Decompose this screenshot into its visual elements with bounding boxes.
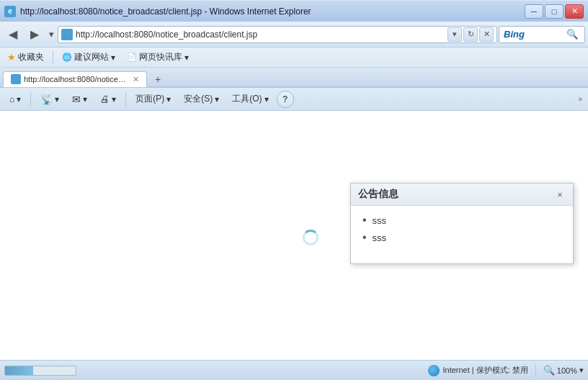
toolbar: ⌂ ▾ 📡 ▾ ✉ ▾ 🖨 ▾ 页面(P) ▾ 安全(S) ▾ 工具(O) ▾ …	[0, 88, 588, 111]
status-bar: Internet | 保护模式: 禁用 🔍 100% ▾	[0, 360, 588, 380]
home-arrow: ▾	[17, 94, 21, 104]
page-arrow: ▾	[166, 94, 171, 104]
title-bar-controls: ─ □ ✕	[525, 4, 584, 19]
tab-label: http://localhost:8080/notice_broadcast/c…	[24, 75, 127, 83]
bullet-2: •	[362, 232, 367, 243]
suggest-icon: 🌐	[62, 53, 72, 62]
status-separator	[535, 363, 536, 378]
web-slice-icon: 📄	[127, 53, 137, 62]
spinner-ring	[303, 230, 318, 245]
page-icon	[61, 29, 73, 40]
security-label: 安全(S)	[184, 93, 213, 105]
mail-button[interactable]: ✉ ▾	[67, 91, 92, 108]
toolbar-separator-2	[125, 92, 126, 107]
address-dropdown-button[interactable]: ▾	[447, 27, 462, 42]
notice-item-2: • sss	[362, 232, 561, 243]
mail-icon: ✉	[72, 94, 81, 105]
address-actions: ▾ ↻ ✕	[447, 27, 494, 42]
tools-label: 工具(O)	[232, 93, 262, 105]
refresh-button[interactable]: ↻	[463, 27, 478, 42]
maximize-button[interactable]: □	[545, 4, 564, 19]
internet-label: Internet | 保护模式: 禁用	[442, 365, 527, 376]
internet-status: Internet | 保护模式: 禁用	[428, 365, 527, 376]
zoom-area[interactable]: 🔍 100% ▾	[543, 365, 584, 376]
loading-spinner	[303, 230, 320, 247]
zoom-arrow: ▾	[579, 366, 584, 375]
title-bar-left: e http://localhost:8080/notice_broadcast…	[4, 6, 311, 17]
zoom-label: 100%	[557, 366, 577, 375]
suggest-label: 建议网站	[74, 51, 109, 63]
expand-icon[interactable]: »	[576, 94, 584, 104]
favorites-label: 收藏夹	[18, 51, 44, 63]
zoom-icon: 🔍	[543, 365, 555, 376]
search-button[interactable]: 🔍	[564, 27, 580, 42]
bullet-1: •	[362, 214, 367, 226]
web-slice-label: 网页快讯库	[139, 51, 182, 63]
minimize-button[interactable]: ─	[525, 4, 543, 19]
print-arrow: ▾	[112, 94, 116, 104]
page-button[interactable]: 页面(P) ▾	[130, 91, 176, 108]
content-area: 公告信息 × • sss • sss	[0, 111, 588, 360]
toolbar-separator-1	[30, 92, 31, 107]
active-tab[interactable]: http://localhost:8080/notice_broadcast/c…	[3, 71, 147, 87]
notice-popup: 公告信息 × • sss • sss	[350, 183, 574, 264]
toolbar-right: »	[576, 94, 584, 104]
notice-close-button[interactable]: ×	[554, 189, 566, 200]
bing-logo: Bing	[504, 29, 525, 40]
progress-fill	[5, 366, 33, 375]
print-icon: 🖨	[100, 94, 110, 104]
notice-title: 公告信息	[358, 188, 398, 201]
title-bar: e http://localhost:8080/notice_broadcast…	[0, 0, 588, 22]
back-button[interactable]: ◀	[3, 24, 23, 45]
print-button[interactable]: 🖨 ▾	[95, 91, 121, 108]
tab-bar: http://localhost:8080/notice_broadcast/c…	[0, 68, 588, 88]
address-input[interactable]	[76, 30, 445, 40]
home-button[interactable]: ⌂ ▾	[4, 91, 26, 108]
web-slice-arrow: ▾	[184, 53, 189, 63]
ie-icon: e	[4, 6, 16, 17]
globe-icon	[428, 365, 440, 376]
notice-item-1: • sss	[362, 214, 561, 226]
tools-button[interactable]: 工具(O) ▾	[227, 91, 273, 108]
new-tab-button[interactable]: +	[150, 72, 166, 86]
progress-bar	[4, 366, 76, 376]
page-label: 页面(P)	[135, 93, 164, 105]
search-bar: Bing 🔍	[499, 26, 585, 43]
web-slice-button[interactable]: 📄 网页快讯库 ▾	[124, 50, 192, 65]
tools-arrow: ▾	[264, 94, 269, 104]
tab-icon	[11, 74, 21, 84]
favorites-button[interactable]: ★ 收藏夹	[4, 50, 47, 65]
forward-button[interactable]: ▶	[24, 24, 45, 45]
tab-close-icon[interactable]: ✕	[133, 75, 139, 84]
close-button[interactable]: ✕	[565, 4, 584, 19]
feed-arrow: ▾	[55, 94, 59, 104]
notice-body: • sss • sss	[351, 206, 573, 263]
address-bar: ▾ ↻ ✕	[58, 26, 497, 43]
title-bar-text: http://localhost:8080/notice_broadcast/c…	[20, 6, 311, 17]
star-icon: ★	[7, 52, 16, 63]
security-arrow: ▾	[215, 94, 219, 104]
suggest-site-button[interactable]: 🌐 建议网站 ▾	[59, 50, 118, 65]
feed-icon: 📡	[40, 94, 53, 105]
notice-text-2: sss	[373, 232, 387, 243]
back-dropdown-button[interactable]: ▾	[46, 24, 56, 45]
home-icon: ⌂	[9, 94, 14, 104]
favorites-bar: ★ 收藏夹 🌐 建议网站 ▾ 📄 网页快讯库 ▾	[0, 48, 588, 68]
navigation-bar: ◀ ▶ ▾ ▾ ↻ ✕ Bing 🔍	[0, 22, 588, 48]
status-right: Internet | 保护模式: 禁用 🔍 100% ▾	[428, 363, 584, 378]
feed-button[interactable]: 📡 ▾	[35, 91, 64, 108]
help-button[interactable]: ?	[277, 91, 294, 108]
mail-arrow: ▾	[83, 94, 87, 104]
security-button[interactable]: 安全(S) ▾	[179, 91, 224, 108]
notice-header: 公告信息 ×	[351, 184, 573, 206]
notice-text-1: sss	[373, 215, 387, 226]
suggest-arrow: ▾	[111, 53, 115, 63]
stop-button[interactable]: ✕	[479, 27, 494, 42]
